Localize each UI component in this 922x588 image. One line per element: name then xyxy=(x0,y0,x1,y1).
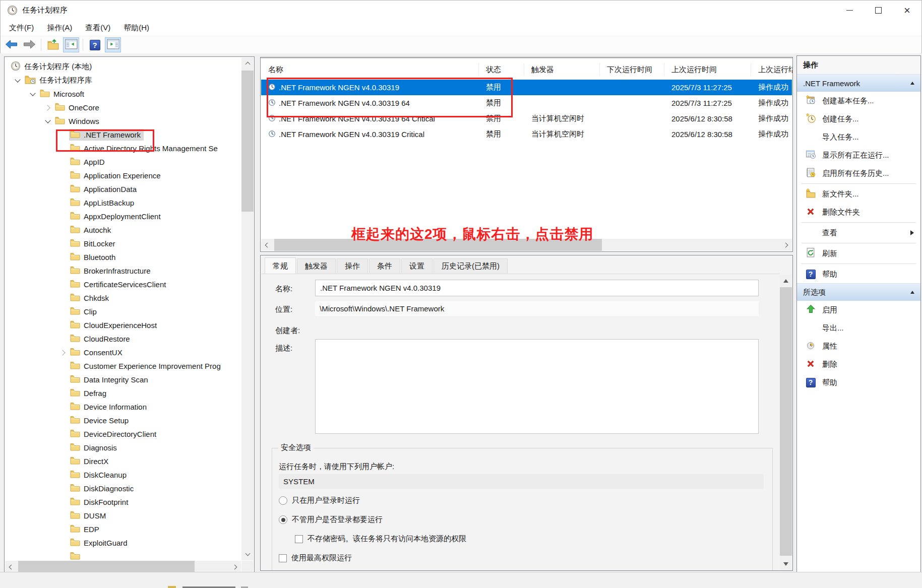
show-in-folder-button[interactable] xyxy=(45,37,61,52)
tree-item-exploitguard[interactable]: ExploitGuard xyxy=(5,536,241,550)
task-row[interactable]: .NET Framework NGEN v4.0.30319 64 Critic… xyxy=(261,111,792,126)
scroll-right-icon[interactable] xyxy=(229,561,241,573)
menu-help[interactable]: 帮助(H) xyxy=(117,20,156,36)
tree-item-autochk[interactable]: Autochk xyxy=(5,223,241,237)
chevron-down-icon[interactable] xyxy=(12,79,24,82)
tree-item-devicedirectoryclient[interactable]: DeviceDirectoryClient xyxy=(5,427,241,441)
tree-item-net-framework[interactable]: .NET Framework xyxy=(5,128,241,142)
column-header-0[interactable]: 名称 xyxy=(261,63,479,76)
chevron-down-icon[interactable] xyxy=(42,120,54,122)
action-item-导出[interactable]: 导出... xyxy=(797,319,920,337)
tree-item-clip[interactable]: Clip xyxy=(5,305,241,318)
tree-item-edp[interactable]: EDP xyxy=(5,522,241,536)
tree-item-bluetooth[interactable]: Bluetooth xyxy=(5,250,241,264)
action-item-导入任务[interactable]: 导入任务... xyxy=(797,128,920,146)
tree-item-customer-experience-improvement-prog[interactable]: Customer Experience Improvement Prog xyxy=(5,359,241,373)
tree-item-diagnosis[interactable]: Diagnosis xyxy=(5,441,241,454)
tab-设置[interactable]: 设置 xyxy=(401,258,433,274)
tree-item-microsoft[interactable]: Microsoft xyxy=(5,87,241,101)
tree-item-device-setup[interactable]: Device Setup xyxy=(5,414,241,427)
forward-button[interactable] xyxy=(21,37,37,52)
menu-action[interactable]: 操作(A) xyxy=(40,20,79,36)
detail-vertical-scrollbar[interactable] xyxy=(780,275,792,570)
scroll-left-icon[interactable] xyxy=(5,561,17,573)
chevron-down-icon[interactable] xyxy=(27,93,39,95)
tree-item-任务计划程序库[interactable]: 任务计划程序库 xyxy=(5,74,241,87)
tab-操作[interactable]: 操作 xyxy=(337,258,368,274)
scroll-up-icon[interactable] xyxy=(241,57,254,70)
tree-item[interactable] xyxy=(5,550,241,560)
tree-item-onecore[interactable]: OneCore xyxy=(5,101,241,114)
action-item-属性[interactable]: 属性 xyxy=(797,337,920,355)
tree-vertical-scrollbar[interactable] xyxy=(241,57,254,560)
action-item-显示所有正在运行[interactable]: 显示所有正在运行... xyxy=(797,146,920,164)
maximize-button[interactable] xyxy=(864,1,893,20)
action-item-帮助[interactable]: ?帮助 xyxy=(797,265,920,283)
chevron-right-icon[interactable] xyxy=(42,106,54,110)
action-item-新文件夹[interactable]: 新文件夹... xyxy=(797,185,920,203)
task-name-field[interactable]: .NET Framework NGEN v4.0.30319 xyxy=(315,280,759,296)
task-row[interactable]: .NET Framework NGEN v4.0.30319 64禁用2025/… xyxy=(261,95,792,111)
column-header-3[interactable]: 下次运行时间 xyxy=(600,63,664,76)
tree-item-certificateservicesclient[interactable]: CertificateServicesClient xyxy=(5,278,241,291)
tree-item-diskcleanup[interactable]: DiskCleanup xyxy=(5,468,241,482)
task-row[interactable]: .NET Framework NGEN v4.0.30319禁用2025/7/3… xyxy=(261,80,792,95)
tree-item-diskfootprint[interactable]: DiskFootprint xyxy=(5,495,241,509)
tree-item-appxdeploymentclient[interactable]: AppxDeploymentClient xyxy=(5,210,241,223)
radio-run-whether-logged-on[interactable]: 不管用户是否登录都要运行 xyxy=(279,515,383,525)
tab-常规[interactable]: 常规 xyxy=(265,257,296,274)
collapse-icon[interactable] xyxy=(910,291,914,294)
tree-item-cloudexperiencehost[interactable]: CloudExperienceHost xyxy=(5,318,241,332)
console-tree-toggle-button[interactable] xyxy=(63,37,79,52)
action-pane-toggle-button[interactable] xyxy=(105,37,121,52)
action-item-创建基本任务[interactable]: 创建基本任务... xyxy=(797,92,920,110)
action-item-删除文件夹[interactable]: 删除文件夹 xyxy=(797,203,920,221)
tree-item-applistbackup[interactable]: AppListBackup xyxy=(5,196,241,210)
checkbox-run-highest-privileges[interactable]: 使用最高权限运行 xyxy=(279,553,352,563)
action-group-header[interactable]: 所选项 xyxy=(797,283,920,301)
collapse-icon[interactable] xyxy=(910,82,914,85)
action-item-启用所有任务历史[interactable]: 启用所有任务历史... xyxy=(797,164,920,182)
action-item-启用[interactable]: 启用 xyxy=(797,301,920,319)
tree-item-dusm[interactable]: DUSM xyxy=(5,509,241,522)
menu-file[interactable]: 文件(F) xyxy=(1,20,40,36)
action-item-删除[interactable]: 删除 xyxy=(797,355,920,373)
minimize-button[interactable] xyxy=(835,1,864,20)
task-description-field[interactable] xyxy=(315,339,759,434)
tree-horizontal-scrollbar[interactable] xyxy=(5,561,241,573)
scroll-left-icon[interactable] xyxy=(261,239,273,251)
tree-item-brokerinfrastructure[interactable]: BrokerInfrastructure xyxy=(5,264,241,278)
column-header-2[interactable]: 触发器 xyxy=(524,63,600,76)
tree-item-windows[interactable]: Windows xyxy=(5,114,241,128)
menu-view[interactable]: 查看(V) xyxy=(79,20,117,36)
tree-item-defrag[interactable]: Defrag xyxy=(5,386,241,400)
scrollbar-thumb[interactable] xyxy=(18,561,195,573)
scroll-down-icon[interactable] xyxy=(780,558,792,570)
action-item-创建任务[interactable]: 创建任务... xyxy=(797,110,920,128)
action-group-header[interactable]: .NET Framework xyxy=(797,74,920,92)
tree-item-application-experience[interactable]: Application Experience xyxy=(5,169,241,182)
column-header-5[interactable]: 上次运行结果 xyxy=(751,63,793,76)
checkbox-do-not-store-password[interactable]: 不存储密码。该任务将只有访问本地资源的权限 xyxy=(295,534,466,544)
scrollbar-thumb[interactable] xyxy=(241,71,254,212)
tree-item-appid[interactable]: AppID xyxy=(5,155,241,169)
tree-item-任务计划程序-本地[interactable]: 任务计划程序 (本地) xyxy=(5,60,241,74)
tab-条件[interactable]: 条件 xyxy=(369,258,400,274)
action-item-刷新[interactable]: 刷新 xyxy=(797,244,920,263)
close-button[interactable]: × xyxy=(893,1,921,20)
tree-item-cloudrestore[interactable]: CloudRestore xyxy=(5,332,241,346)
column-header-4[interactable]: 上次运行时间 xyxy=(664,63,751,76)
scroll-up-icon[interactable] xyxy=(780,275,792,287)
radio-run-when-logged-on[interactable]: 只在用户登录时运行 xyxy=(279,496,360,505)
scrollbar-thumb[interactable] xyxy=(780,287,792,556)
task-row[interactable]: .NET Framework NGEN v4.0.30319 Critical禁… xyxy=(261,126,792,142)
tree-item-applicationdata[interactable]: ApplicationData xyxy=(5,182,241,196)
column-header-1[interactable]: 状态 xyxy=(479,63,524,76)
tree-item-bitlocker[interactable]: BitLocker xyxy=(5,237,241,250)
tree-item-diskdiagnostic[interactable]: DiskDiagnostic xyxy=(5,482,241,495)
tree-item-device-information[interactable]: Device Information xyxy=(5,400,241,414)
tree-item-active-directory-rights-management-se[interactable]: Active Directory Rights Management Se xyxy=(5,142,241,155)
tab-历史记录(已禁用)[interactable]: 历史记录(已禁用) xyxy=(434,258,508,274)
tree-item-consentux[interactable]: ConsentUX xyxy=(5,346,241,359)
title-bar[interactable]: 任务计划程序 × xyxy=(1,1,921,20)
